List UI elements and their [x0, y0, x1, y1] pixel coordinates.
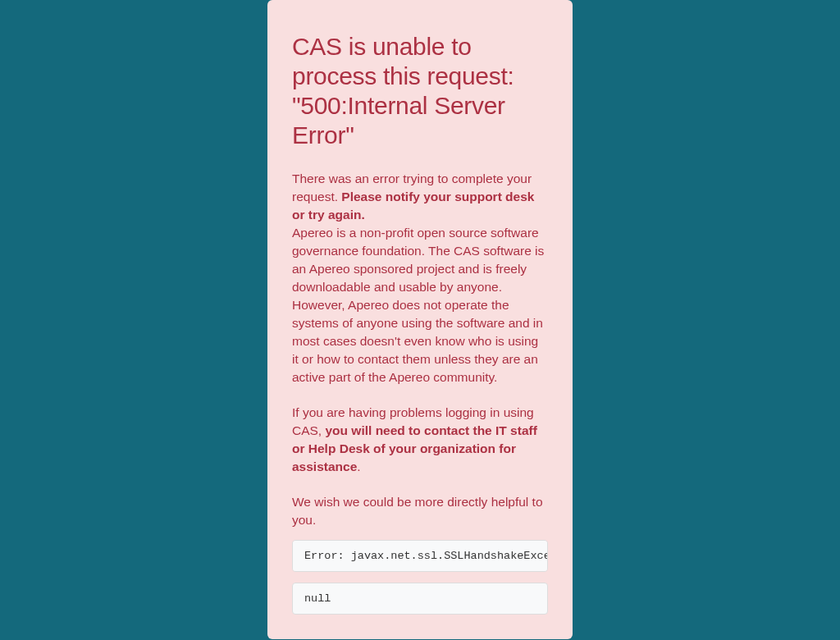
error-intro: There was an error trying to complete yo…: [292, 170, 548, 224]
apereo-desc: Apereo is a non-profit open source softw…: [292, 224, 548, 386]
error-null-box[interactable]: null: [292, 583, 548, 615]
closing-para: We wish we could be more directly helpfu…: [292, 493, 548, 529]
help-desk-para: If you are having problems logging in us…: [292, 404, 548, 476]
error-heading: CAS is unable to process this request: "…: [292, 32, 548, 150]
help-desk-bold: you will need to contact the IT staff or…: [292, 423, 537, 473]
help-desk-tail: .: [357, 459, 360, 473]
error-card: CAS is unable to process this request: "…: [267, 0, 573, 639]
error-exception-box[interactable]: Error: javax.net.ssl.SSLHandshakeExcepti…: [292, 540, 548, 572]
